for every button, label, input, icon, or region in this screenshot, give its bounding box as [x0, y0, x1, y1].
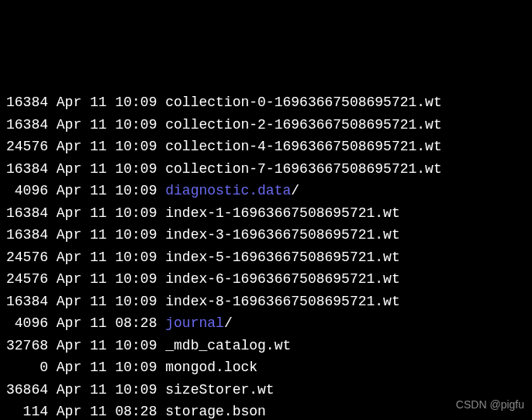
file-size: 16384 — [6, 91, 48, 114]
file-date: Apr 11 10:09 — [57, 335, 157, 357]
list-item: 24576 Apr 11 10:09 index-5-1696366750869… — [6, 246, 526, 269]
file-size: 24576 — [6, 136, 48, 158]
file-name: storage.bson — [165, 401, 266, 420]
file-size: 114 — [6, 401, 48, 420]
dir-suffix: / — [224, 315, 233, 331]
file-size: 16384 — [6, 114, 48, 136]
file-size: 16384 — [6, 202, 48, 225]
file-date: Apr 11 10:09 — [57, 224, 157, 246]
file-size: 4096 — [6, 312, 48, 335]
list-item: 16384 Apr 11 10:09 collection-2-16963667… — [6, 114, 526, 136]
file-date: Apr 11 10:09 — [57, 356, 157, 379]
list-item: 16384 Apr 11 10:09 index-1-1696366750869… — [6, 202, 526, 225]
file-date: Apr 11 10:09 — [57, 379, 157, 401]
list-item: 24576 Apr 11 10:09 index-6-1696366750869… — [6, 268, 526, 291]
file-date: Apr 11 10:09 — [57, 246, 157, 269]
directory-name: journal — [165, 312, 224, 335]
file-date: Apr 11 10:09 — [57, 114, 157, 136]
list-item: 16384 Apr 11 10:09 index-8-1696366750869… — [6, 291, 526, 313]
file-name: index-5-16963667508695721.wt — [165, 246, 399, 269]
list-item: 16384 Apr 11 10:09 collection-0-16963667… — [6, 91, 526, 114]
file-date: Apr 11 10:09 — [57, 158, 157, 181]
directory-name: diagnostic.data — [165, 180, 291, 202]
file-date: Apr 11 10:09 — [57, 291, 157, 313]
list-item: 16384 Apr 11 10:09 collection-7-16963667… — [6, 158, 526, 181]
file-date: Apr 11 10:09 — [57, 180, 157, 202]
list-item: 114 Apr 11 08:28 storage.bson — [6, 401, 526, 420]
file-size: 24576 — [6, 246, 48, 269]
dir-suffix: / — [291, 183, 299, 198]
file-date: Apr 11 10:09 — [57, 136, 157, 158]
list-item: 4096 Apr 11 08:28 journal/ — [6, 312, 526, 335]
file-name: collection-2-16963667508695721.wt — [165, 114, 441, 136]
file-date: Apr 11 08:28 — [57, 401, 157, 420]
list-item: 24576 Apr 11 10:09 collection-4-16963667… — [6, 136, 526, 158]
file-date: Apr 11 10:09 — [57, 91, 157, 114]
file-name: index-1-16963667508695721.wt — [165, 202, 399, 225]
list-item: 32768 Apr 11 10:09 _mdb_catalog.wt — [6, 335, 526, 357]
list-item: 0 Apr 11 10:09 mongod.lock — [6, 356, 526, 379]
file-size: 16384 — [6, 291, 48, 313]
file-date: Apr 11 08:28 — [57, 312, 157, 335]
list-item: 36864 Apr 11 10:09 sizeStorer.wt — [6, 379, 526, 401]
file-size: 16384 — [6, 224, 48, 246]
list-item: 16384 Apr 11 10:09 index-3-1696366750869… — [6, 224, 526, 246]
file-name: index-8-16963667508695721.wt — [165, 291, 399, 313]
file-date: Apr 11 10:09 — [57, 268, 157, 291]
watermark: CSDN @pigfu — [456, 394, 524, 416]
file-name: collection-0-16963667508695721.wt — [165, 91, 441, 114]
file-size: 4096 — [6, 180, 48, 202]
file-size: 16384 — [6, 158, 48, 181]
file-name: collection-4-16963667508695721.wt — [165, 136, 441, 158]
file-listing: 16384 Apr 11 10:09 collection-0-16963667… — [6, 91, 526, 420]
file-name: sizeStorer.wt — [165, 379, 274, 401]
file-name: index-3-16963667508695721.wt — [165, 224, 399, 246]
file-size: 24576 — [6, 268, 48, 291]
file-date: Apr 11 10:09 — [57, 202, 157, 225]
file-size: 32768 — [6, 335, 48, 357]
file-size: 0 — [6, 356, 48, 379]
list-item: 4096 Apr 11 10:09 diagnostic.data/ — [6, 180, 526, 202]
file-size: 36864 — [6, 379, 48, 401]
file-name: index-6-16963667508695721.wt — [165, 268, 399, 291]
file-name: mongod.lock — [165, 356, 257, 379]
file-name: _mdb_catalog.wt — [165, 335, 291, 357]
file-name: collection-7-16963667508695721.wt — [165, 158, 441, 181]
